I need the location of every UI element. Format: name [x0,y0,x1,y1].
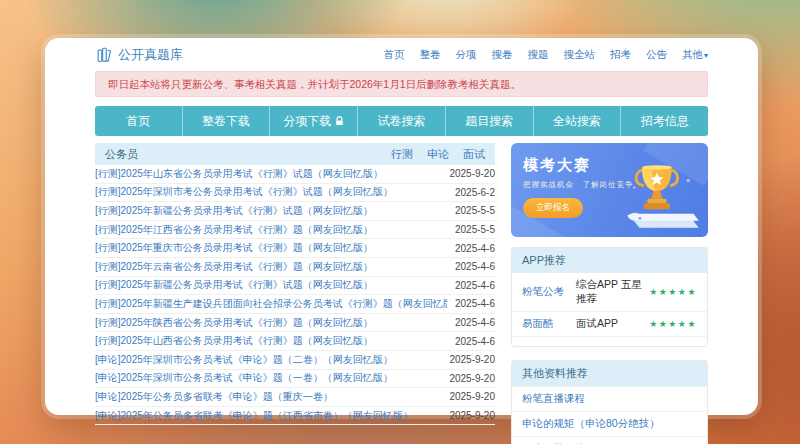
top-nav-link[interactable]: 公告 [646,48,667,62]
table-row: [行测]2025年山西省公务员录用考试《行测》题（网友回忆版） 2025-4-6 [95,332,495,351]
exam-date: 2025-4-6 [455,336,495,347]
tab-label: 试卷搜索 [378,113,426,130]
exam-date: 2025-4-6 [455,243,495,254]
trophy-icon [608,161,704,235]
tab[interactable]: 招考信息 [621,106,708,136]
app-recommend-panel: APP推荐 粉笔公考 综合APP 五星推荐 ★★★★★ 易面酷 面试APP [511,247,708,347]
exam-date: 2025-9-20 [449,168,495,179]
exam-link[interactable]: [行测]2025年山东省公务员录用考试《行测》试题（网友回忆版） [95,167,441,181]
signup-button[interactable]: 立即报名 [523,198,583,218]
logo-books-icon [95,46,113,64]
top-nav-label: 搜题 [527,48,548,60]
tab[interactable]: 分项下载 [270,106,358,136]
exam-link[interactable]: [申论]2025年深圳市公务员考试《申论》题（一卷）（网友回忆版） [95,371,441,385]
filter-link[interactable]: 面试 [463,147,485,162]
exam-link[interactable]: [申论]2025年深圳市公务员考试《申论》题（二卷）（网友回忆版） [95,353,441,367]
tab[interactable]: 首页 [95,106,183,136]
tab-label: 招考信息 [641,113,689,130]
app-description: 面试APP [576,317,649,331]
exam-link[interactable]: [行测]2025年云南省公务员录用考试《行测》题（网友回忆版） [95,260,447,274]
tab[interactable]: 试卷搜索 [358,106,446,136]
top-nav-label: 搜卷 [491,48,512,60]
exam-date: 2025-6-2 [455,187,495,198]
exam-date: 2025-4-6 [455,261,495,272]
table-row: [行测]2025年新疆生产建设兵团面向社会招录公务员考试《行测》题（网友回忆版）… [95,295,495,314]
top-nav-link[interactable]: 首页 [383,48,404,62]
site-card: 公开真题库 首页 整卷 分项 搜卷 搜题 搜全站 招考 公告 其他▾ [45,38,758,415]
filter-link[interactable]: 行测 [391,147,413,162]
exam-list: [行测]2025年山东省公务员录用考试《行测》试题（网友回忆版） 2025-9-… [95,165,495,425]
exam-link[interactable]: [行测]2025年山西省公务员录用考试《行测》题（网友回忆版） [95,334,447,348]
top-nav-label: 首页 [383,48,404,60]
top-nav-label: 公告 [646,48,667,60]
filter-link[interactable]: 申论 [427,147,449,162]
site-logo[interactable]: 公开真题库 [95,46,183,64]
exam-link[interactable]: [行测]2025年深圳市考公务员录用考试《行测》试题（网友回忆版） [95,185,447,199]
tab[interactable]: 整卷下载 [183,106,271,136]
top-nav-link[interactable]: 搜题 [527,48,548,62]
app-link[interactable]: 粉笔公考 [522,285,576,299]
top-nav-label: 分项 [455,48,476,60]
chevron-down-icon: ▾ [704,51,708,60]
top-nav-link[interactable]: 分项 [455,48,476,62]
star-rating: ★★★★★ [649,287,697,297]
exam-date: 2025-4-6 [455,280,495,291]
site-header: 公开真题库 首页 整卷 分项 搜卷 搜题 搜全站 招考 公告 其他▾ [95,42,708,68]
section-title: 公务员 [105,147,138,162]
table-row: [申论]2025年深圳市公务员考试《申论》题（一卷）（网友回忆版） 2025-9… [95,370,495,389]
resource-link[interactable]: 阿虚同学的储物间 [512,436,707,444]
app-description: 综合APP 五星推荐 [576,278,649,306]
table-row: [行测]2025年新疆公务员录用考试《行测》试题（网友回忆版） 2025-4-6 [95,277,495,296]
panel-footer [512,337,707,346]
table-row: [行测]2025年山东省公务员录用考试《行测》试题（网友回忆版） 2025-9-… [95,165,495,184]
promo-banner[interactable]: 模考大赛 把握实战机会 了解岗位竞争 立即报名 [511,143,708,237]
logo-text: 公开真题库 [118,46,183,64]
exam-date: 2025-9-20 [449,373,495,384]
star-rating: ★★★★★ [649,319,697,329]
notice-banner: 即日起本站将只更新公考、事考相关真题，并计划于2026年1月1日后删除教考相关真… [95,71,708,97]
app-row: 易面酷 面试APP ★★★★★ [512,312,707,337]
tab-bar: 首页 整卷下载 分项下载 试卷搜索 题目搜索 全站搜索 招考信息 [95,106,708,136]
tab[interactable]: 全站搜索 [534,106,622,136]
table-row: [行测]2025年新疆公务员录用考试《行测》试题（网友回忆版） 2025-5-5 [95,202,495,221]
table-row: [行测]2025年重庆市公务员录用考试《行测》题（网友回忆版） 2025-4-6 [95,239,495,258]
table-row: [申论]2025年公务员多省联考《申论》题（江西省市卷）（网友回忆版） 2025… [95,407,495,426]
table-row: [行测]2025年陕西省公务员录用考试《行测》题（网友回忆版） 2025-4-6 [95,314,495,333]
app-link[interactable]: 易面酷 [522,317,576,331]
top-nav-link[interactable]: 搜卷 [491,48,512,62]
top-nav-link[interactable]: 整卷 [419,48,440,62]
notice-text: 即日起本站将只更新公考、事考相关真题，并计划于2026年1月1日后删除教考相关真… [108,78,521,90]
exam-link[interactable]: [行测]2025年新疆公务员录用考试《行测》试题（网友回忆版） [95,204,447,218]
top-nav-label: 整卷 [419,48,440,60]
exam-date: 2025-9-20 [449,354,495,365]
exam-date: 2025-4-6 [455,298,495,309]
table-row: [行测]2025年深圳市考公务员录用考试《行测》试题（网友回忆版） 2025-6… [95,184,495,203]
table-row: [申论]2025年公务员多省联考《申论》题（重庆一卷） 2025-9-20 [95,388,495,407]
exam-link[interactable]: [申论]2025年公务员多省联考《申论》题（重庆一卷） [95,390,441,404]
exam-link[interactable]: [申论]2025年公务员多省联考《申论》题（江西省市卷）（网友回忆版） [95,409,441,423]
resource-link[interactable]: 申论的规矩（申论80分绝技） [512,411,707,436]
tab-label: 全站搜索 [553,113,601,130]
other-panel-title: 其他资料推荐 [512,361,707,386]
lock-icon [335,116,344,126]
top-nav-link[interactable]: 招考 [610,48,631,62]
other-resources-panel: 其他资料推荐 粉笔直播课程 申论的规矩（申论80分绝技） 阿虚同学的储物间 医考… [511,360,708,444]
top-nav-link[interactable]: 其他▾ [682,48,708,62]
tab[interactable]: 题目搜索 [446,106,534,136]
table-row: [行测]2025年云南省公务员录用考试《行测》题（网友回忆版） 2025-4-6 [95,258,495,277]
exam-list-section: 公务员 行测 申论 面试 [行测]2025年山东省公务员录用考试《行测》试题（网… [95,143,495,444]
exam-link[interactable]: [行测]2025年新疆公务员录用考试《行测》试题（网友回忆版） [95,278,447,292]
exam-link[interactable]: [行测]2025年陕西省公务员录用考试《行测》题（网友回忆版） [95,316,447,330]
exam-link[interactable]: [行测]2025年重庆市公务员录用考试《行测》题（网友回忆版） [95,241,447,255]
resource-list: 粉笔直播课程 申论的规矩（申论80分绝技） 阿虚同学的储物间 医考题库小程序 [512,386,707,444]
table-row: [行测]2025年江西省公务员录用考试《行测》题（网友回忆版） 2025-5-5 [95,221,495,240]
app-panel-title: APP推荐 [512,248,707,273]
tab-label: 首页 [126,113,150,130]
resource-link[interactable]: 粉笔直播课程 [512,386,707,411]
sidebar: 模考大赛 把握实战机会 了解岗位竞争 立即报名 [511,143,708,444]
app-row: 粉笔公考 综合APP 五星推荐 ★★★★★ [512,273,707,312]
exam-link[interactable]: [行测]2025年新疆生产建设兵团面向社会招录公务员考试《行测》题（网友回忆版） [95,297,447,311]
tab-label: 分项下载 [283,113,331,130]
exam-link[interactable]: [行测]2025年江西省公务员录用考试《行测》题（网友回忆版） [95,223,447,237]
top-nav-link[interactable]: 搜全站 [563,48,595,62]
